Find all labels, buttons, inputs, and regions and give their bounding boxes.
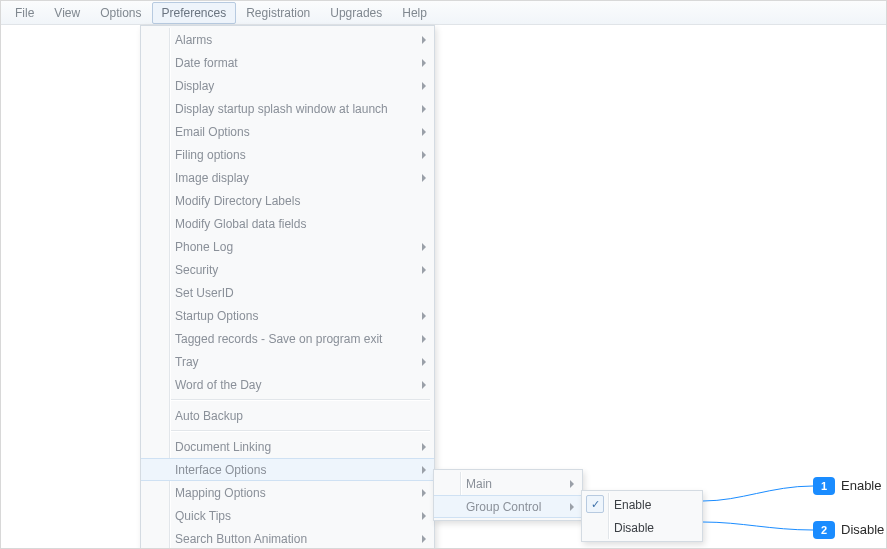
menu-item-label: Alarms: [175, 33, 212, 47]
submenu-arrow-icon: [422, 489, 426, 497]
menu-item-label: Interface Options: [175, 463, 266, 477]
submenu-arrow-icon: [422, 105, 426, 113]
menu-item-search-button-animation[interactable]: Search Button Animation: [141, 527, 434, 549]
menubar-item-view[interactable]: View: [44, 2, 90, 24]
menu-item-label: Image display: [175, 171, 249, 185]
menu-item-enable[interactable]: ✓Enable: [582, 493, 702, 516]
menu-item-phone-log[interactable]: Phone Log: [141, 235, 434, 258]
callout-label-1: Enable: [841, 478, 881, 493]
submenu-arrow-icon: [422, 358, 426, 366]
submenu-arrow-icon: [422, 151, 426, 159]
interface-options-submenu: MainGroup Control: [433, 469, 583, 521]
menu-item-label: Modify Directory Labels: [175, 194, 300, 208]
menu-item-modify-directory-labels[interactable]: Modify Directory Labels: [141, 189, 434, 212]
menu-item-label: Disable: [614, 521, 654, 535]
menu-item-filing-options[interactable]: Filing options: [141, 143, 434, 166]
menu-item-tagged-records-save-on-program-exit[interactable]: Tagged records - Save on program exit: [141, 327, 434, 350]
callout-connector-2: [701, 506, 821, 549]
menu-item-quick-tips[interactable]: Quick Tips: [141, 504, 434, 527]
menu-item-label: Auto Backup: [175, 409, 243, 423]
submenu-arrow-icon: [422, 174, 426, 182]
submenu-arrow-icon: [422, 266, 426, 274]
menubar-item-registration[interactable]: Registration: [236, 2, 320, 24]
submenu-arrow-icon: [422, 512, 426, 520]
callout-badge-2: 2: [813, 521, 835, 539]
menu-item-label: Group Control: [466, 500, 541, 514]
menu-item-mapping-options[interactable]: Mapping Options: [141, 481, 434, 504]
menu-item-label: Startup Options: [175, 309, 258, 323]
menu-item-label: Modify Global data fields: [175, 217, 306, 231]
menubar: FileViewOptionsPreferencesRegistrationUp…: [1, 1, 886, 25]
menu-item-group-control[interactable]: Group Control: [434, 495, 582, 518]
submenu-arrow-icon: [422, 59, 426, 67]
menu-item-startup-options[interactable]: Startup Options: [141, 304, 434, 327]
menu-item-label: Date format: [175, 56, 238, 70]
submenu-arrow-icon: [422, 128, 426, 136]
submenu-arrow-icon: [422, 243, 426, 251]
menu-item-label: Tagged records - Save on program exit: [175, 332, 382, 346]
menu-item-modify-global-data-fields[interactable]: Modify Global data fields: [141, 212, 434, 235]
submenu-arrow-icon: [570, 480, 574, 488]
menu-item-interface-options[interactable]: Interface Options: [141, 458, 434, 481]
menu-separator: [171, 430, 430, 432]
submenu-arrow-icon: [422, 82, 426, 90]
menu-item-label: Quick Tips: [175, 509, 231, 523]
submenu-arrow-icon: [422, 381, 426, 389]
submenu-arrow-icon: [422, 443, 426, 451]
menubar-item-file[interactable]: File: [5, 2, 44, 24]
menubar-item-upgrades[interactable]: Upgrades: [320, 2, 392, 24]
menu-item-label: Search Button Animation: [175, 532, 307, 546]
preferences-menu: AlarmsDate formatDisplayDisplay startup …: [140, 25, 435, 549]
menu-item-security[interactable]: Security: [141, 258, 434, 281]
menu-item-label: Set UserID: [175, 286, 234, 300]
menu-item-label: Display startup splash window at launch: [175, 102, 388, 116]
menu-item-main[interactable]: Main: [434, 472, 582, 495]
menu-item-label: Phone Log: [175, 240, 233, 254]
menubar-item-options[interactable]: Options: [90, 2, 151, 24]
callout-connector-1: [701, 481, 821, 541]
menu-item-word-of-the-day[interactable]: Word of the Day: [141, 373, 434, 396]
menu-item-set-userid[interactable]: Set UserID: [141, 281, 434, 304]
menu-item-label: Tray: [175, 355, 199, 369]
menu-item-label: Email Options: [175, 125, 250, 139]
menu-item-label: Filing options: [175, 148, 246, 162]
submenu-arrow-icon: [422, 535, 426, 543]
menu-item-label: Enable: [614, 498, 651, 512]
submenu-arrow-icon: [422, 335, 426, 343]
menubar-item-help[interactable]: Help: [392, 2, 437, 24]
menu-item-label: Main: [466, 477, 492, 491]
check-icon: ✓: [586, 495, 604, 513]
menubar-item-preferences[interactable]: Preferences: [152, 2, 237, 24]
callout-label-2: Disable: [841, 522, 884, 537]
submenu-arrow-icon: [422, 36, 426, 44]
menu-item-label: Document Linking: [175, 440, 271, 454]
submenu-arrow-icon: [570, 503, 574, 511]
menu-item-display-startup-splash-window-at-launch[interactable]: Display startup splash window at launch: [141, 97, 434, 120]
menu-item-email-options[interactable]: Email Options: [141, 120, 434, 143]
menu-item-disable[interactable]: Disable: [582, 516, 702, 539]
menu-item-document-linking[interactable]: Document Linking: [141, 435, 434, 458]
menu-item-label: Display: [175, 79, 214, 93]
menu-item-tray[interactable]: Tray: [141, 350, 434, 373]
menu-separator: [171, 399, 430, 401]
menu-item-label: Mapping Options: [175, 486, 266, 500]
submenu-arrow-icon: [422, 312, 426, 320]
menu-item-label: Security: [175, 263, 218, 277]
menu-item-label: Word of the Day: [175, 378, 261, 392]
submenu-arrow-icon: [422, 466, 426, 474]
menu-item-alarms[interactable]: Alarms: [141, 28, 434, 51]
group-control-submenu: ✓EnableDisable: [581, 490, 703, 542]
menu-item-display[interactable]: Display: [141, 74, 434, 97]
menu-item-date-format[interactable]: Date format: [141, 51, 434, 74]
menu-item-auto-backup[interactable]: Auto Backup: [141, 404, 434, 427]
menu-item-image-display[interactable]: Image display: [141, 166, 434, 189]
callout-badge-1: 1: [813, 477, 835, 495]
